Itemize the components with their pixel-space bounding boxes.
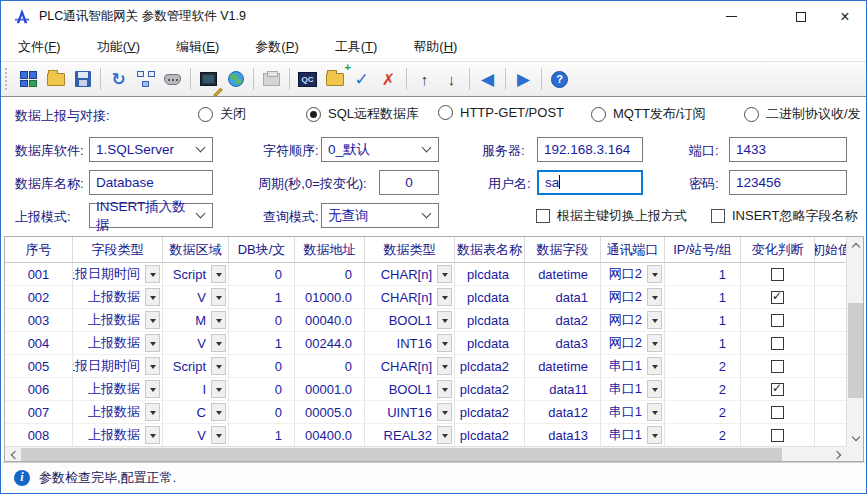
help-icon[interactable]: ? <box>547 67 572 92</box>
cell-table-name[interactable]: plcdata2 <box>455 355 525 378</box>
cell-ip-station[interactable]: 1 <box>665 263 741 286</box>
dropdown-button[interactable] <box>211 334 226 352</box>
dropdown-button[interactable] <box>211 288 226 306</box>
cell-data-field[interactable]: data3 <box>525 332 601 355</box>
cell-table-name[interactable]: plcdata2 <box>455 378 525 401</box>
cell-db-block[interactable]: 1 <box>229 424 295 447</box>
close-button[interactable]: × <box>832 6 858 27</box>
cell-ip-station[interactable]: 2 <box>665 401 741 424</box>
dropdown-button[interactable] <box>437 403 452 421</box>
dropdown-button[interactable] <box>647 334 662 352</box>
toolbar-grip[interactable] <box>5 68 11 90</box>
radio-mqtt[interactable]: MQTT发布/订阅 <box>591 105 705 123</box>
cell-data-field[interactable]: datetime <box>525 263 601 286</box>
vertical-scroll-thumb[interactable] <box>848 303 863 398</box>
dropdown-button[interactable] <box>647 357 662 375</box>
prev-icon[interactable]: ◀ <box>475 67 500 92</box>
vertical-scrollbar[interactable] <box>846 237 863 446</box>
dropdown-button[interactable] <box>211 357 226 375</box>
scroll-up-icon[interactable] <box>847 237 864 253</box>
dropdown-button[interactable] <box>647 265 662 283</box>
dropdown-button[interactable] <box>145 334 160 352</box>
menu-params[interactable]: 参数(P) <box>242 33 311 61</box>
cell-data-addr[interactable]: 00001.0 <box>295 378 365 401</box>
dropdown-button[interactable] <box>437 311 452 329</box>
cell-ip-station[interactable]: 2 <box>665 424 741 447</box>
qc-display-icon[interactable]: QC <box>295 67 320 92</box>
pk-switch-checkbox[interactable]: 根据主键切换上报方式 <box>536 207 687 225</box>
cell-data-addr[interactable]: 0 <box>295 263 365 286</box>
insert-ignore-checkbox[interactable]: INSERT忽略字段名称 <box>711 207 857 225</box>
confirm-icon[interactable]: ✓ <box>349 67 374 92</box>
dropdown-button[interactable] <box>437 380 452 398</box>
char-order-select[interactable]: 0_默认 <box>321 137 439 162</box>
change-checkbox[interactable] <box>771 268 784 281</box>
printer-icon[interactable] <box>259 67 284 92</box>
cell-table-name[interactable]: plcdata <box>455 332 525 355</box>
change-checkbox[interactable] <box>771 360 784 373</box>
dropdown-button[interactable] <box>145 265 160 283</box>
radio-binary[interactable]: 二进制协议收/发 <box>744 105 861 123</box>
dropdown-button[interactable] <box>145 403 160 421</box>
dropdown-button[interactable] <box>647 288 662 306</box>
cell-db-block[interactable]: 0 <box>229 309 295 332</box>
cell-data-field[interactable]: data2 <box>525 309 601 332</box>
cell-db-block[interactable]: 1 <box>229 286 295 309</box>
cell-data-addr[interactable]: 00005.0 <box>295 401 365 424</box>
change-checkbox[interactable] <box>771 314 784 327</box>
cell-db-block[interactable]: 0 <box>229 378 295 401</box>
db-name-input[interactable]: Database <box>89 170 213 195</box>
dropdown-button[interactable] <box>211 426 226 444</box>
scroll-down-icon[interactable] <box>847 430 864 446</box>
cell-data-addr[interactable]: 00040.0 <box>295 309 365 332</box>
change-checkbox[interactable] <box>771 406 784 419</box>
password-input[interactable]: 123456 <box>729 170 847 195</box>
menu-edit[interactable]: 编辑(E) <box>163 33 232 61</box>
dropdown-button[interactable] <box>437 426 452 444</box>
open-file-icon[interactable] <box>43 67 68 92</box>
dropdown-button[interactable] <box>647 403 662 421</box>
horizontal-scroll-thumb[interactable] <box>21 448 782 461</box>
cell-table-name[interactable]: plcdata <box>455 286 525 309</box>
dropdown-button[interactable] <box>437 357 452 375</box>
folder-add-icon[interactable]: + <box>322 67 347 92</box>
cell-data-field[interactable]: datetime <box>525 355 601 378</box>
dropdown-button[interactable] <box>145 357 160 375</box>
save-icon[interactable] <box>70 67 95 92</box>
dropdown-button[interactable] <box>145 311 160 329</box>
change-checkbox[interactable] <box>771 337 784 350</box>
cell-ip-station[interactable]: 1 <box>665 286 741 309</box>
globe-comm-icon[interactable] <box>223 67 248 92</box>
cell-data-addr[interactable]: 0 <box>295 355 365 378</box>
refresh-icon[interactable]: ↻ <box>106 67 131 92</box>
dropdown-button[interactable] <box>145 288 160 306</box>
move-up-icon[interactable]: ↑ <box>412 67 437 92</box>
cell-ip-station[interactable]: 1 <box>665 332 741 355</box>
maximize-button[interactable] <box>788 6 814 27</box>
cell-db-block[interactable]: 0 <box>229 263 295 286</box>
username-input[interactable]: sa <box>537 170 643 195</box>
radio-close[interactable]: 关闭 <box>198 105 246 123</box>
delete-icon[interactable]: ✗ <box>376 67 401 92</box>
dropdown-button[interactable] <box>437 334 452 352</box>
radio-http[interactable]: HTTP-GET/POST <box>438 105 564 120</box>
cell-table-name[interactable]: plcdata <box>455 309 525 332</box>
period-input[interactable]: 0 <box>379 170 439 195</box>
change-checkbox[interactable] <box>771 429 784 442</box>
cell-ip-station[interactable]: 2 <box>665 378 741 401</box>
change-checkbox[interactable] <box>771 291 784 304</box>
minimize-button[interactable] <box>718 6 744 27</box>
db-software-select[interactable]: 1.SQLServer <box>89 137 213 162</box>
cell-table-name[interactable]: plcdata <box>455 263 525 286</box>
dropdown-button[interactable] <box>437 288 452 306</box>
dropdown-button[interactable] <box>647 380 662 398</box>
dropdown-button[interactable] <box>437 265 452 283</box>
dropdown-button[interactable] <box>211 380 226 398</box>
server-input[interactable]: 192.168.3.164 <box>537 137 643 162</box>
menu-file[interactable]: 文件(F) <box>5 33 74 61</box>
dropdown-button[interactable] <box>145 426 160 444</box>
next-icon[interactable]: ▶ <box>511 67 536 92</box>
report-mode-select[interactable]: INSERT插入数据 <box>89 203 213 228</box>
scroll-left-icon[interactable] <box>5 447 21 462</box>
menu-function[interactable]: 功能(V) <box>84 33 153 61</box>
